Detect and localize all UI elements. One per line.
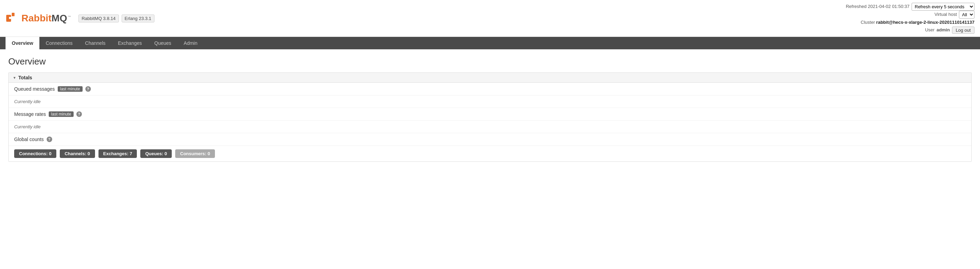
message-rates-badge: last minute [49, 111, 73, 117]
nav-item-overview[interactable]: Overview [6, 37, 40, 49]
message-rates-value-row: Currently idle [9, 121, 971, 133]
version-badges: RabbitMQ 3.8.14 Erlang 23.3.1 [78, 14, 154, 22]
global-counts-label: Global counts [14, 136, 44, 142]
counts-row: Connections: 0 Channels: 0 Exchanges: 7 … [14, 149, 215, 158]
queued-messages-value: Currently idle [14, 99, 41, 104]
message-rates-help-icon[interactable]: ? [76, 111, 82, 117]
svg-rect-2 [9, 17, 11, 19]
queued-messages-value-row: Currently idle [9, 95, 971, 108]
channels-count-badge[interactable]: Channels: 0 [60, 149, 95, 158]
logo-tm: ™ [68, 15, 71, 19]
queued-messages-badge: last minute [58, 86, 83, 92]
vhost-label: Virtual host [934, 11, 957, 18]
global-counts-help-icon[interactable]: ? [47, 136, 52, 142]
message-rates-value: Currently idle [14, 124, 41, 129]
totals-label: Totals [18, 75, 32, 80]
cluster-label: Cluster [861, 20, 875, 25]
refresh-row: Refreshed 2021-04-02 01:50:37 Refresh ev… [846, 3, 974, 11]
totals-section-header[interactable]: ▼ Totals [9, 73, 971, 83]
logo-area: RabbitMQ™ RabbitMQ 3.8.14 Erlang 23.3.1 [6, 12, 154, 24]
queued-messages-help-icon[interactable]: ? [85, 86, 91, 92]
vhost-row: Virtual host All / [846, 11, 974, 19]
username: admin [937, 26, 950, 34]
cluster-row: Cluster rabbit@hecs-x-xlarge-2-linux-202… [846, 19, 974, 26]
svg-rect-1 [12, 13, 14, 16]
rabbitmq-logo-icon [6, 12, 18, 24]
nav-item-connections[interactable]: Connections [40, 37, 79, 49]
queues-count-badge[interactable]: Queues: 0 [140, 149, 172, 158]
consumers-count-badge[interactable]: Consumers: 0 [175, 149, 215, 158]
nav-item-queues[interactable]: Queues [148, 37, 178, 49]
nav-item-exchanges[interactable]: Exchanges [111, 37, 148, 49]
queued-messages-label: Queued messages [14, 86, 55, 92]
erlang-version-badge: Erlang 23.3.1 [122, 14, 154, 22]
nav-item-admin[interactable]: Admin [178, 37, 204, 49]
rabbitmq-version-badge: RabbitMQ 3.8.14 [78, 14, 119, 22]
chevron-down-icon: ▼ [13, 76, 16, 80]
message-rates-label: Message rates [14, 111, 46, 117]
header: RabbitMQ™ RabbitMQ 3.8.14 Erlang 23.3.1 … [0, 0, 980, 37]
cluster-name: rabbit@hecs-x-xlarge-2-linux-20201110141… [877, 20, 974, 25]
page-title: Overview [8, 56, 972, 67]
logout-button[interactable]: Log out [952, 27, 974, 34]
user-label: User [925, 26, 934, 34]
header-right: Refreshed 2021-04-02 01:50:37 Refresh ev… [846, 3, 974, 34]
nav-item-channels[interactable]: Channels [79, 37, 111, 49]
totals-section: ▼ Totals Queued messages last minute ? C… [8, 73, 972, 162]
refreshed-timestamp: Refreshed 2021-04-02 01:50:37 [846, 3, 910, 10]
message-rates-row: Message rates last minute ? [9, 108, 971, 121]
queued-messages-row: Queued messages last minute ? [9, 83, 971, 95]
logo-rabbit: Rabbit [21, 13, 51, 24]
global-counts-badges-row: Connections: 0 Channels: 0 Exchanges: 7 … [9, 146, 971, 161]
totals-section-body: Queued messages last minute ? Currently … [9, 83, 971, 161]
exchanges-count-badge[interactable]: Exchanges: 7 [99, 149, 137, 158]
logo-text: RabbitMQ™ [21, 13, 71, 23]
nav: Overview Connections Channels Exchanges … [0, 37, 980, 49]
vhost-select[interactable]: All / [959, 11, 974, 19]
refresh-select[interactable]: Refresh every 5 seconds Refresh every 10… [912, 3, 974, 11]
global-counts-row: Global counts ? [9, 133, 971, 146]
logo-mq: MQ [51, 13, 67, 24]
main-content: Overview ▼ Totals Queued messages last m… [0, 49, 980, 176]
connections-count-badge[interactable]: Connections: 0 [14, 149, 56, 158]
user-row: User admin Log out [846, 26, 974, 34]
